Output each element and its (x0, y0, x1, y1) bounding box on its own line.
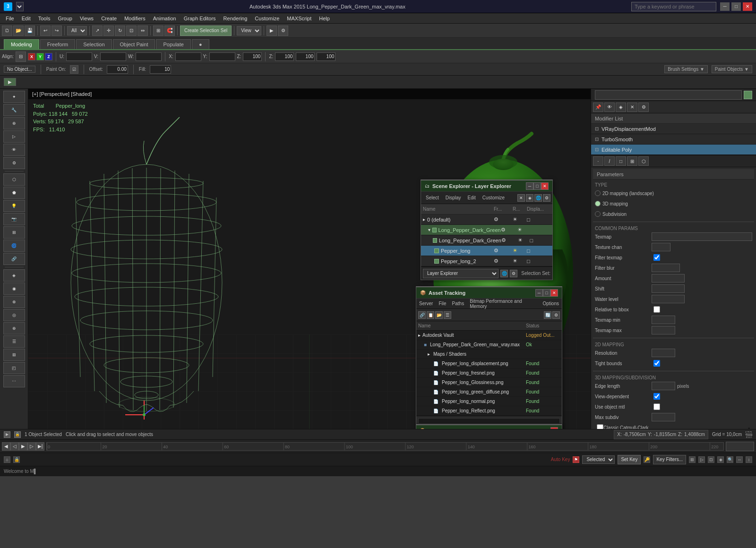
set-key-btn[interactable]: Set Key (618, 455, 641, 464)
at-row-fresnel[interactable]: 📄 Pepper_long_fresnel.png Found (416, 368, 562, 378)
search-input[interactable] (631, 2, 716, 11)
show-result-btn[interactable]: 👁 (604, 103, 615, 112)
play-anim-btn[interactable]: ▶ (19, 442, 27, 451)
layer-explorer-close[interactable]: ✕ (541, 182, 549, 190)
view-dep-checkbox[interactable] (653, 393, 660, 400)
create-selection-button[interactable]: Create Selection Sel (180, 26, 232, 36)
rotate-button[interactable]: ↻ (115, 26, 125, 36)
scale-x-input[interactable] (275, 52, 294, 61)
mb-close[interactable]: ✕ (550, 427, 558, 429)
sidebar-create[interactable]: ✦ (3, 91, 25, 103)
tab-selection[interactable]: Selection (76, 39, 112, 49)
pin-stack-btn[interactable]: 📌 (593, 103, 603, 112)
align-btn[interactable]: ⊟ (16, 51, 26, 62)
resolution-input[interactable]: 512 (652, 349, 675, 357)
le-row-2[interactable]: Long_Pepper_Dark_Green ⚙ ☀ □ (421, 235, 552, 246)
at-tb-btn2[interactable]: 📋 (427, 311, 434, 319)
make-unique-btn[interactable]: ◈ (616, 103, 626, 112)
snap-button[interactable]: 🧲 (164, 26, 175, 36)
add-time-tag-btn[interactable]: + Add Time Tag (746, 431, 752, 438)
viewport-tb-1[interactable]: ⊞ (689, 456, 696, 463)
at-close[interactable]: ✕ (550, 289, 558, 297)
scale-button[interactable]: ⊡ (126, 26, 137, 36)
at-menu-server[interactable]: Server (416, 300, 436, 307)
at-menu-paths[interactable]: Paths (449, 300, 467, 307)
mb-titlebar[interactable]: 🎨 Material/Map Browser ✕ (416, 425, 562, 429)
layer-explorer-maximize[interactable]: □ (533, 182, 541, 190)
next-frame-btn[interactable]: ▷ (27, 442, 36, 451)
sel-polys-btn[interactable]: ⊞ (627, 156, 637, 166)
menu-animation[interactable]: Animation (149, 13, 180, 24)
menu-group[interactable]: Group (54, 13, 76, 24)
at-menu-bitmap[interactable]: Bitmap Performance and Memory (467, 298, 540, 310)
menu-help[interactable]: Help (315, 13, 334, 24)
timeline-counter[interactable]: 0 / 225 (726, 442, 754, 451)
new-button[interactable]: 🗋 (2, 26, 12, 36)
end-btn[interactable]: ▶| (36, 442, 44, 451)
at-tb-refresh[interactable]: 🔄 (544, 311, 551, 319)
at-row-diffuse[interactable]: 📄 Pepper_long_green_diffuse.png Found (416, 387, 562, 397)
sidebar-tool1[interactable]: ◈ (3, 269, 25, 282)
le-toolbar-btn1[interactable]: ✕ (517, 194, 525, 202)
tab-plus[interactable]: ● (192, 39, 209, 49)
sidebar-modify[interactable]: 🔧 (3, 104, 25, 116)
viewport-tb-6[interactable]: ↔ (736, 456, 743, 463)
classic-checkbox[interactable] (597, 424, 603, 429)
scale-y-input[interactable] (296, 52, 315, 61)
align-button[interactable]: ⊞ (153, 26, 163, 36)
le-menu-edit[interactable]: Edit (465, 194, 479, 201)
modifier-editable-poly[interactable]: ⊡ Editable Poly (591, 145, 756, 155)
sidebar-display[interactable]: 👁 (3, 144, 25, 156)
at-tb-btn1[interactable]: 🔗 (418, 311, 426, 319)
at-row-gloss[interactable]: 📄 Pepper_long_Glossiness.png Found (416, 378, 562, 387)
at-menu-file[interactable]: File (436, 300, 449, 307)
axis-z-button[interactable]: Z (45, 53, 52, 60)
scale-z-input[interactable] (317, 52, 335, 61)
le-footer-btn2[interactable]: ⚙ (510, 270, 517, 277)
at-titlebar[interactable]: 📦 Asset Tracking ─ □ ✕ (416, 287, 562, 299)
sel-borders-btn[interactable]: □ (616, 156, 626, 166)
paint-objects-button[interactable]: Paint Objects ▼ (712, 65, 752, 73)
object-name-input[interactable]: Pepper_long (595, 90, 742, 100)
le-row-1[interactable]: ▾ Long_Pepper_Dark_Green ⚙ ☀ (421, 225, 552, 235)
tight-bounds-checkbox[interactable] (653, 360, 660, 367)
key-filters-btn[interactable]: Key Filters... (653, 455, 686, 464)
sidebar-shapes[interactable]: ⬟ (3, 187, 25, 199)
edge-len-input[interactable]: 4.0 (652, 382, 675, 390)
sidebar-tool5[interactable]: ⊕ (3, 322, 25, 334)
sidebar-geometry[interactable]: ⬡ (3, 173, 25, 186)
tab-object-paint[interactable]: Object Paint (113, 39, 155, 49)
viewport-tb-7[interactable]: ↕ (746, 456, 752, 463)
at-tb-btn4[interactable]: ☰ (444, 311, 451, 319)
at-row-maxfile[interactable]: ■ Long_Pepper_Dark_Green_max_vray.max Ok (416, 340, 562, 350)
sidebar-cameras[interactable]: 📷 (3, 213, 25, 225)
le-row-3[interactable]: Pepper_long ⚙ ☀ □ (421, 246, 552, 256)
key-icon[interactable]: 🔑 (644, 456, 650, 463)
sidebar-tool6[interactable]: ☰ (3, 335, 25, 348)
offset-input[interactable] (107, 65, 128, 74)
sidebar-spacewarps[interactable]: 🌀 (3, 240, 25, 252)
view-dropdown[interactable]: View (237, 26, 261, 35)
menu-graph-editors[interactable]: Graph Editors (180, 13, 220, 24)
le-menu-select[interactable]: Select (423, 194, 442, 201)
at-row-normal[interactable]: 📄 Pepper_long_normal.png Found (416, 397, 562, 406)
at-minimize[interactable]: ─ (535, 289, 543, 297)
amount-input[interactable]: 0.2cm (652, 274, 685, 283)
timeline-scale[interactable]: 0 20 40 60 80 100 120 140 160 180 200 22… (46, 442, 724, 451)
sel-vertices-btn[interactable]: · (593, 156, 603, 166)
le-toolbar-btn4[interactable]: ⚙ (543, 194, 550, 202)
open-button[interactable]: 📂 (13, 26, 24, 36)
sidebar-tool7[interactable]: ⊞ (3, 349, 25, 361)
menu-edit[interactable]: Edit (18, 13, 34, 24)
menu-rendering[interactable]: Rendering (220, 13, 251, 24)
texmap-input[interactable]: per_long_displacement.png (652, 232, 752, 241)
configure-sets-btn[interactable]: ⚙ (638, 103, 649, 112)
le-row-0[interactable]: ▸ 0 (default) ⚙ ☀ □ (421, 214, 552, 225)
filter-blur-input[interactable]: 0.001 (652, 264, 680, 272)
save-button[interactable]: 💾 (25, 26, 35, 36)
at-row-disp[interactable]: 📄 Pepper_long_displacement.png Found (416, 359, 562, 368)
at-maximize[interactable]: □ (543, 289, 550, 297)
home-icon[interactable]: ⌂ (4, 456, 10, 463)
rel-bbox-checkbox[interactable] (653, 306, 660, 313)
fill-input[interactable] (150, 65, 171, 74)
